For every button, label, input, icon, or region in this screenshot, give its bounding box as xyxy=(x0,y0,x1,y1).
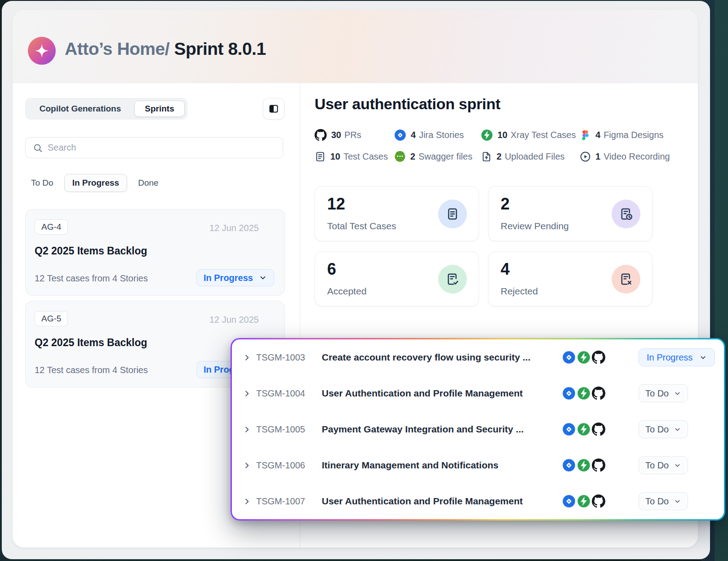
card-subtitle: 12 Test cases from 4 Stories xyxy=(35,273,148,284)
stat-label: PRs xyxy=(344,130,361,140)
github-icon xyxy=(592,459,605,472)
stat-label: Video Recording xyxy=(604,151,670,162)
card-id-badge: AG-4 xyxy=(35,219,68,235)
stat-count: 10 xyxy=(330,151,340,162)
story-row[interactable]: TSGM-1006 Itinerary Management and Notif… xyxy=(232,447,724,483)
xray-icon xyxy=(481,129,493,141)
xray-icon xyxy=(577,423,590,436)
story-source-icons xyxy=(562,387,605,400)
sprint-title: User authentication sprint xyxy=(315,95,500,113)
sparkle-star-icon xyxy=(33,42,50,59)
search-icon xyxy=(33,143,43,153)
xray-icon xyxy=(577,351,590,364)
status-filter-group: To Do In Progress Done xyxy=(31,174,159,192)
chevron-down-icon xyxy=(674,462,681,469)
chevron-right-icon[interactable] xyxy=(243,389,253,398)
document-clock-icon xyxy=(612,200,640,228)
filter-in-progress[interactable]: In Progress xyxy=(64,174,128,192)
stat-label: Jira Stories xyxy=(419,130,464,140)
story-status-dropdown[interactable]: To Do xyxy=(639,420,688,438)
story-status-dropdown[interactable]: In Progress xyxy=(639,348,715,366)
story-id: TSGM-1003 xyxy=(256,352,322,363)
summary-value: 6 xyxy=(327,260,336,279)
story-status-dropdown[interactable]: To Do xyxy=(639,384,688,402)
jira-icon xyxy=(562,351,576,364)
card-date: 12 Jun 2025 xyxy=(209,315,259,325)
jira-icon xyxy=(562,423,576,436)
story-status-value: In Progress xyxy=(647,352,692,363)
story-row[interactable]: TSGM-1004 User Authentication and Profil… xyxy=(232,375,724,411)
chevron-right-icon[interactable] xyxy=(243,497,253,506)
chevron-down-icon xyxy=(674,498,681,505)
summary-card-total: 12 Total Test Cases xyxy=(315,186,479,241)
swagger-icon: {···} xyxy=(394,151,406,162)
stat-video-recording: 1 Video Recording xyxy=(580,150,670,163)
filter-done[interactable]: Done xyxy=(138,178,158,188)
stat-label: Xray Test Cases xyxy=(510,130,576,140)
chevron-right-icon[interactable] xyxy=(243,461,253,470)
filter-todo[interactable]: To Do xyxy=(31,178,53,188)
chevron-right-icon[interactable] xyxy=(243,425,253,434)
video-icon xyxy=(580,151,591,162)
chevron-down-icon xyxy=(259,274,267,282)
story-source-icons xyxy=(562,351,605,364)
chevron-down-icon xyxy=(674,390,681,397)
story-status-dropdown[interactable]: To Do xyxy=(639,492,688,510)
chevron-down-icon xyxy=(699,354,707,361)
app-header: Atto’s Home/ Sprint 8.0.1 xyxy=(13,10,698,83)
tab-sprints[interactable]: Sprints xyxy=(134,101,185,117)
stat-count: 30 xyxy=(331,130,341,140)
document-x-icon xyxy=(612,265,640,294)
stat-count: 10 xyxy=(497,130,507,140)
summary-card-accepted: 6 Accepted xyxy=(315,251,479,307)
stat-label: Swagger files xyxy=(418,151,472,162)
jira-icon xyxy=(562,459,576,472)
document-lines-icon xyxy=(438,200,467,228)
collapse-sidebar-button[interactable] xyxy=(263,98,284,120)
story-row[interactable]: TSGM-1003 Create account recovery flow u… xyxy=(232,339,724,375)
story-title: Itinerary Management and Notifications xyxy=(322,460,562,471)
breadcrumb-current: Sprint 8.0.1 xyxy=(174,39,266,58)
story-row[interactable]: TSGM-1005 Payment Gateway Integration an… xyxy=(232,411,724,447)
upload-file-icon xyxy=(481,151,492,162)
jira-icon xyxy=(562,387,576,400)
summary-card-review-pending: 2 Review Pending xyxy=(488,186,653,241)
stat-swagger-files: {···} 2 Swagger files xyxy=(394,150,472,163)
generation-card[interactable]: AG-4 12 Jun 2025 Q2 2025 Items Backlog 1… xyxy=(25,209,285,296)
story-status-dropdown[interactable]: To Do xyxy=(639,456,688,474)
jira-icon xyxy=(394,129,406,141)
story-status-value: To Do xyxy=(645,496,669,507)
stories-overlay-panel: TSGM-1003 Create account recovery flow u… xyxy=(231,338,725,521)
tab-copilot-generations[interactable]: Copilot Generations xyxy=(26,98,135,119)
story-title: User Authentication and Profile Manageme… xyxy=(322,496,562,507)
card-status-value: In Progress xyxy=(204,273,253,283)
summary-label: Review Pending xyxy=(501,221,569,232)
story-id: TSGM-1006 xyxy=(256,460,322,471)
story-source-icons xyxy=(562,459,605,472)
story-title: Payment Gateway Integration and Security… xyxy=(322,424,562,435)
story-status-value: To Do xyxy=(645,460,669,471)
summary-label: Rejected xyxy=(501,286,538,297)
stories-table: TSGM-1003 Create account recovery flow u… xyxy=(232,339,724,519)
story-title: User Authentication and Profile Manageme… xyxy=(322,388,562,399)
stat-figma-designs: 4 Figma Designs xyxy=(580,128,664,142)
stat-count: 2 xyxy=(497,151,502,162)
summary-value: 12 xyxy=(327,195,345,214)
xray-icon xyxy=(577,459,590,472)
story-source-icons xyxy=(562,423,605,436)
story-status-value: To Do xyxy=(645,424,669,435)
story-row[interactable]: TSGM-1007 User Authentication and Profil… xyxy=(232,483,724,519)
summary-value: 4 xyxy=(501,260,510,279)
github-icon xyxy=(592,423,605,436)
chevron-right-icon[interactable] xyxy=(243,353,253,362)
split-panel-icon xyxy=(268,103,279,114)
stat-count: 4 xyxy=(595,130,600,140)
card-status-dropdown[interactable]: In Progress xyxy=(196,269,274,286)
card-id-badge: AG-5 xyxy=(35,311,68,326)
stat-count: 1 xyxy=(595,151,600,162)
story-id: TSGM-1004 xyxy=(256,388,322,399)
story-source-icons xyxy=(562,494,605,508)
stat-label: Figma Designs xyxy=(604,130,663,140)
search-input[interactable] xyxy=(48,142,275,153)
stat-uploaded-files: 2 Uploaded Files xyxy=(481,150,565,163)
